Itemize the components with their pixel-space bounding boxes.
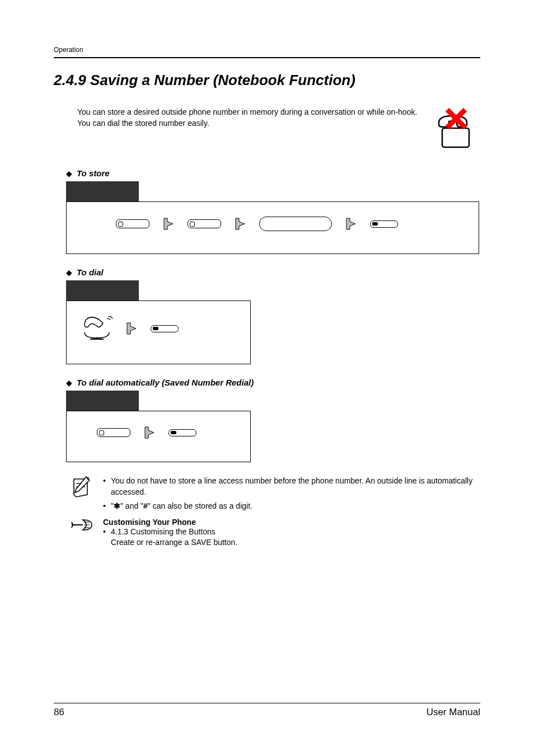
footer-rule	[54, 703, 480, 703]
button-icon	[97, 428, 130, 437]
customising-item: 4.1.3 Customising the Buttons Create or …	[103, 527, 480, 548]
page-number: 86	[54, 707, 64, 718]
procedure-dial-auto	[66, 391, 251, 462]
sub-heading-store: To store	[77, 168, 110, 178]
reference-icon	[71, 518, 93, 552]
intro-paragraph: You can store a desired outside phone nu…	[77, 107, 421, 129]
note-item: "✱" and "#" can also be stored as a digi…	[103, 501, 480, 512]
button-icon	[116, 219, 149, 228]
book-title: User Manual	[427, 707, 480, 718]
procedure-tab	[66, 280, 139, 300]
diamond-icon: ◆	[66, 169, 72, 178]
diamond-icon: ◆	[66, 268, 72, 277]
button-icon	[168, 429, 196, 436]
offhook-icon	[81, 316, 113, 341]
note-icon	[71, 476, 93, 515]
phone-x-icon	[432, 107, 480, 153]
procedure-store	[66, 181, 479, 254]
customising-block: Customising Your Phone 4.1.3 Customising…	[103, 518, 480, 552]
svg-point-6	[87, 477, 89, 480]
number-field-icon	[259, 217, 332, 231]
sub-heading-auto: To dial automatically (Saved Number Redi…	[77, 378, 254, 387]
note-item: You do not have to store a line access n…	[103, 476, 480, 497]
sub-heading-dial: To dial	[77, 267, 104, 277]
procedure-dial	[66, 280, 251, 364]
notes-list: You do not have to store a line access n…	[103, 476, 480, 515]
arrow-icon	[163, 217, 174, 231]
customising-title: Customising Your Phone	[103, 518, 480, 527]
arrow-icon	[144, 426, 155, 439]
button-icon	[370, 220, 398, 228]
procedure-tab	[66, 391, 139, 411]
section-title: 2.4.9 Saving a Number (Notebook Function…	[54, 72, 480, 89]
diamond-icon: ◆	[66, 378, 72, 387]
svg-rect-0	[442, 128, 469, 147]
button-icon	[151, 325, 179, 332]
arrow-icon	[235, 217, 246, 231]
arrow-icon	[126, 322, 137, 335]
button-icon	[188, 219, 221, 228]
arrow-icon	[345, 217, 357, 231]
running-header: Operation	[54, 46, 480, 54]
header-rule	[54, 57, 480, 58]
procedure-tab	[66, 181, 139, 201]
